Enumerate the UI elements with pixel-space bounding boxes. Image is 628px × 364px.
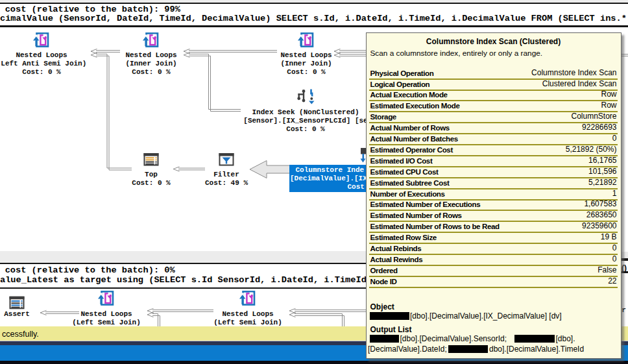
operator-tooltip: Columnstore Index Scan (Clustered) Scan … xyxy=(366,32,622,359)
tooltip-row-label: Estimated Number of Rows xyxy=(370,211,462,219)
tooltip-row: Estimated Execution ModeRow xyxy=(369,102,618,113)
tooltip-row-value: 16,1765 xyxy=(588,156,616,165)
tooltip-row-label: Logical Operation xyxy=(370,80,430,88)
tooltip-row-label: Actual Execution Mode xyxy=(370,90,448,99)
tooltip-row: Estimated Number of Executions1,607583 xyxy=(369,200,618,212)
tooltip-row-label: Estimated Number of Executions xyxy=(370,200,481,208)
ssms-execution-plan-pane: cost (relative to the batch): 99% cimalV… xyxy=(0,0,628,364)
tooltip-row: Number of Executions1 xyxy=(369,189,618,200)
redaction-box-output2 xyxy=(514,335,555,343)
taskbar-strip xyxy=(0,361,628,364)
tooltip-row-label: Actual Rewinds xyxy=(370,255,423,263)
tooltip-row-value: 5,21892 (50%) xyxy=(566,145,617,154)
tooltip-output-text-1a: [dbo].[DecimalValue].SensorId; xyxy=(400,334,507,343)
tooltip-row-label: Estimated I/O Cost xyxy=(370,156,433,165)
tooltip-row-label: Node ID xyxy=(370,277,397,285)
tooltip-row-value: 101,596 xyxy=(588,167,616,176)
tooltip-row-label: Actual Number of Rows xyxy=(370,123,450,132)
columnstore-scan-icon-arrowhead xyxy=(361,159,366,163)
tooltip-row-label: Estimated Subtree Cost xyxy=(370,178,450,187)
operator-label-filter[interactable]: Filter Cost: 49 % xyxy=(205,171,248,188)
tooltip-row-label: Estimated Row Size xyxy=(370,233,437,241)
tooltip-row-value: 0 xyxy=(612,134,617,143)
arrow-indexseek-to-nl2 xyxy=(184,53,241,112)
status-bar-text: ccessfully. xyxy=(2,330,39,339)
statement2-cost-text: cost (relative to the batch): 0% xyxy=(5,266,175,275)
tooltip-row-value: 22 xyxy=(608,276,616,285)
operator-label-nested-loops-left-semi-join-1[interactable]: Nested Loops (Left Semi Join) xyxy=(72,310,141,327)
selected-operator-line2: [DecimalValue].[IX xyxy=(290,175,367,183)
tooltip-row-value: 19 B xyxy=(601,232,617,241)
tooltip-row: StorageColumnStore xyxy=(369,112,618,123)
tooltip-row-value: Clustered Index Scan xyxy=(542,79,617,88)
operator-icon-filter[interactable] xyxy=(219,153,234,165)
tooltip-output-list-heading: Output List xyxy=(370,325,412,334)
operator-icon-assert[interactable] xyxy=(10,297,25,309)
tooltip-row: Actual Number of Rows92286693 xyxy=(369,123,618,134)
operator-label-nested-loops-left-anti-semi-join[interactable]: Nested Loops (Left Anti Semi Join) Cost:… xyxy=(0,51,86,77)
tooltip-row: Estimated Number of Rows2683650 xyxy=(369,212,618,223)
operator-icon-index-seek[interactable] xyxy=(297,90,314,104)
arrow-columnstore-to-filter-thick xyxy=(250,161,290,178)
tooltip-title: Columnstore Index Scan (Clustered) xyxy=(367,37,621,46)
operator-icon-nested-loops-left-anti-semi-join[interactable] xyxy=(33,33,48,46)
tooltip-object-text: [dbo].[DecimalValue].[IX_DecimalValue] [… xyxy=(410,311,562,321)
tooltip-row-label: Physical Operation xyxy=(370,69,434,77)
tooltip-row-value: 2683650 xyxy=(586,210,617,219)
columnstore-scan-icon-arrow xyxy=(363,154,365,159)
tooltip-row-label: Estimated CPU Cost xyxy=(370,167,439,176)
tooltip-row-label: Estimated Number of Rows to be Read xyxy=(370,222,500,230)
tooltip-object-heading: Object xyxy=(370,302,394,311)
tooltip-row-value: 1,607583 xyxy=(584,199,616,208)
tooltip-row: Actual Rewinds0 xyxy=(369,255,618,266)
operator-label-nested-loops-left-semi-join-2[interactable]: Nested Loops (Left Semi Join) xyxy=(213,310,282,327)
statement1-cost-text: cost (relative to the batch): 99% xyxy=(5,5,180,14)
tooltip-row: Actual Execution ModeRow xyxy=(369,91,618,102)
operator-icon-nested-loops-left-semi-join-1[interactable] xyxy=(98,291,113,304)
operator-label-top[interactable]: Top Cost: 0 % xyxy=(132,171,170,188)
tooltip-output-text-2a: [DecimalValue].DateId; . xyxy=(368,345,452,354)
tooltip-row-value: 0 xyxy=(612,243,617,252)
tooltip-row-value: Columnstore Index Scan xyxy=(531,68,616,77)
tooltip-output-text-2b: dbo].[DecimalValue].TimeId xyxy=(489,345,584,354)
tooltip-row: Estimated Subtree Cost5,21892 xyxy=(369,178,618,189)
selected-operator-line3: Cost xyxy=(348,183,365,191)
tooltip-row: Estimated Row Size19 B xyxy=(369,233,618,244)
tooltip-row-value: 92286693 xyxy=(582,123,616,132)
tooltip-row: Estimated CPU Cost101,596 xyxy=(369,167,618,178)
tooltip-row-label: Estimated Execution Mode xyxy=(370,101,460,110)
tooltip-row-value: Row xyxy=(601,101,616,110)
redaction-box-output3 xyxy=(448,345,489,353)
tooltip-row-value: False xyxy=(598,265,616,274)
operator-label-index-seek[interactable]: Index Seek (NonClustered) [Sensor].[IX_S… xyxy=(243,108,367,134)
tooltip-row: Actual Rebinds0 xyxy=(369,244,618,255)
tooltip-row: Logical OperationClustered Index Scan xyxy=(369,80,618,91)
tooltip-row-label: Estimated Operator Cost xyxy=(370,145,453,154)
tooltip-row-value: 92359600 xyxy=(582,221,616,230)
operator-label-nested-loops-inner-join-1[interactable]: Nested Loops (Inner Join) Cost: 0 % xyxy=(125,51,176,77)
tooltip-row-label: Ordered xyxy=(370,266,398,274)
tooltip-subtitle: Scan a columnstore index, entirely or on… xyxy=(370,49,543,58)
tooltip-row: Estimated Operator Cost5,21892 (50%) xyxy=(369,145,618,156)
operator-label-nested-loops-inner-join-2[interactable]: Nested Loops (Inner Join) Cost: 0 % xyxy=(280,51,332,77)
tooltip-row: Actual Number of Batches0 xyxy=(369,134,618,145)
top-border-line xyxy=(0,3,628,4)
operator-icon-nested-loops-inner-join-2[interactable] xyxy=(298,33,313,46)
tooltip-row: Estimated I/O Cost16,1765 xyxy=(369,156,618,167)
tooltip-row-value: ColumnStore xyxy=(571,112,616,121)
operator-label-assert[interactable]: Assert xyxy=(4,310,30,319)
operator-icon-nested-loops-inner-join-1[interactable] xyxy=(143,33,158,46)
statement1-separator-line xyxy=(0,25,628,27)
tooltip-row-value: Row xyxy=(601,90,616,99)
tooltip-row-label: Storage xyxy=(370,112,396,121)
fragment-clipped-text-parens: () xyxy=(622,264,627,273)
tooltip-row-value: 0 xyxy=(612,254,617,263)
operator-icon-top[interactable] xyxy=(144,153,159,165)
tooltip-row-label: Actual Rebinds xyxy=(370,244,422,252)
operator-icon-nested-loops-left-semi-join-2[interactable] xyxy=(239,291,254,304)
tooltip-output-text-1b: [dbo]. xyxy=(556,334,575,343)
tooltip-row-label: Number of Executions xyxy=(370,189,445,198)
arrow-indexseek-to-nl2 xyxy=(184,54,241,111)
tooltip-row: Estimated Number of Rows to be Read92359… xyxy=(369,222,618,233)
selected-operator-line1: Columnstore Inde xyxy=(296,166,365,175)
